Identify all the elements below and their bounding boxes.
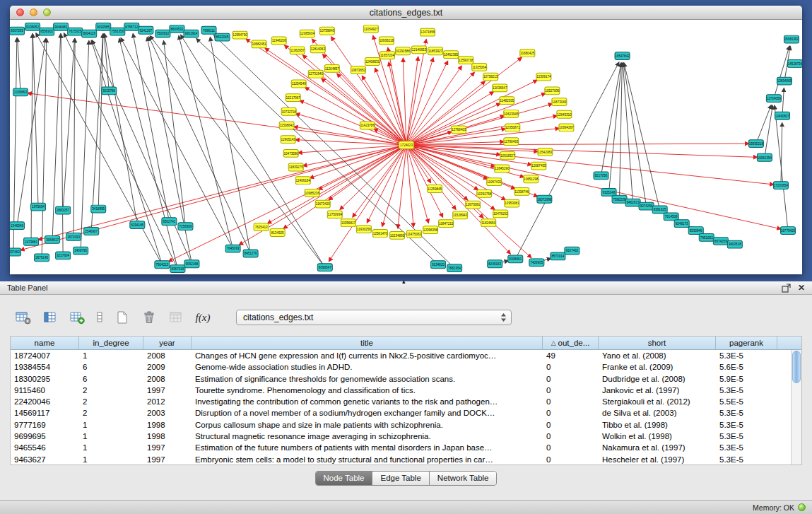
table-cell[interactable]: 1997	[143, 454, 192, 465]
table-row[interactable]: 911546021997Tourette syndrome. Phenomeno…	[11, 385, 791, 396]
network-edge[interactable]	[623, 63, 632, 203]
edit-rows-icon[interactable]	[95, 308, 105, 327]
table-cell[interactable]: 5.9E-5	[716, 373, 777, 385]
table-cell[interactable]: 1997	[143, 442, 192, 453]
table-cell[interactable]: Jankovic et al. (1997)	[599, 385, 716, 396]
table-cell[interactable]: Estimation of significance thresholds fo…	[192, 373, 543, 385]
table-cell[interactable]: 9115460	[11, 385, 79, 396]
table-cell[interactable]: 5.3E-5	[716, 442, 777, 453]
network-edge[interactable]	[623, 63, 647, 206]
network-edge[interactable]	[765, 105, 773, 158]
network-edge[interactable]	[133, 34, 169, 222]
table-cell[interactable]: 1998	[143, 431, 192, 442]
network-edge[interactable]	[337, 74, 406, 145]
table-cell[interactable]: 9463627	[11, 454, 79, 465]
table-cell[interactable]: 9777169	[11, 419, 79, 431]
tab-node-table[interactable]: Node Table	[316, 472, 373, 485]
table-cell[interactable]: 1997	[143, 385, 192, 396]
table-cell[interactable]: 18724007	[11, 350, 79, 361]
new-table-icon[interactable]	[113, 308, 131, 327]
network-edge[interactable]	[81, 41, 89, 251]
table-cell[interactable]: Franke et al. (2009)	[599, 361, 716, 373]
table-cell[interactable]: Investigating the contribution of common…	[192, 396, 543, 407]
table-cell[interactable]: Nakamura et al. (1997)	[599, 442, 716, 453]
table-cell[interactable]: 6	[79, 361, 143, 373]
table-cell[interactable]: 0	[543, 396, 599, 407]
table-row[interactable]: 946554611997Estimation of the future num…	[11, 442, 791, 453]
table-cell[interactable]: 0	[543, 442, 599, 453]
table-cell[interactable]: de Silva et al. (2003)	[599, 407, 716, 419]
network-edge[interactable]	[73, 39, 75, 237]
network-view[interactable]: 1724023112545491221706710732718115086421…	[10, 20, 802, 274]
network-edge[interactable]	[775, 105, 788, 230]
zoom-window-button[interactable]	[43, 8, 51, 16]
column-header-name[interactable]: name	[11, 337, 79, 349]
network-edge[interactable]	[168, 145, 406, 262]
table-cell[interactable]: Stergiakouli et al. (2012)	[599, 396, 716, 407]
delete-table-icon[interactable]	[140, 308, 158, 327]
table-cell[interactable]: Genome-wide association studies in ADHD.	[192, 361, 543, 373]
network-edge[interactable]	[329, 145, 406, 262]
table-cell[interactable]: Disruption of a novel member of a sodium…	[192, 407, 543, 419]
table-cell[interactable]: 9465546	[11, 442, 79, 453]
tab-network-table[interactable]: Network Table	[430, 472, 497, 485]
table-cell[interactable]: 2008	[143, 350, 192, 361]
table-cell[interactable]: Yano et al. (2008)	[599, 350, 716, 361]
network-edge[interactable]	[601, 63, 620, 175]
network-edge[interactable]	[42, 39, 47, 258]
network-edge[interactable]	[284, 45, 406, 145]
table-cell[interactable]: 5.3E-5	[716, 385, 777, 396]
table-cell[interactable]: Embryonic stem cells: a model to study s…	[192, 454, 543, 465]
table-row[interactable]: 1830029562008Estimation of significance …	[11, 373, 791, 385]
close-panel-icon[interactable]: ✕	[798, 284, 805, 292]
table-cell[interactable]: 5.3E-5	[716, 431, 777, 442]
network-edge[interactable]	[406, 144, 749, 145]
table-cell[interactable]: 5.5E-5	[716, 396, 777, 407]
network-edge[interactable]	[398, 145, 406, 228]
network-edge[interactable]	[353, 145, 406, 217]
table-cell[interactable]: Structural magnetic resonance image aver…	[192, 431, 543, 442]
table-cell[interactable]: 2012	[143, 396, 192, 407]
network-edge[interactable]	[210, 37, 250, 253]
network-edge[interactable]	[340, 145, 406, 209]
table-cell[interactable]: 2008	[143, 373, 192, 385]
scrollbar-thumb[interactable]	[792, 351, 801, 383]
network-edge[interactable]	[91, 34, 102, 231]
vertical-scrollbar[interactable]	[791, 350, 801, 465]
table-cell[interactable]: Estimation of the future numbers of pati…	[192, 442, 543, 453]
table-cell[interactable]: 2003	[143, 407, 192, 419]
table-cell[interactable]: 0	[543, 431, 599, 442]
table-cell[interactable]: 5.3E-5	[716, 350, 777, 361]
network-edge[interactable]	[18, 38, 20, 93]
network-edge[interactable]	[91, 40, 162, 264]
table-source-dropdown[interactable]: citations_edges.txt	[236, 310, 512, 325]
column-header-short[interactable]: short	[599, 337, 716, 349]
table-row[interactable]: 1456911722003Disruption of a novel membe…	[11, 407, 791, 419]
table-row[interactable]: 977716911998Corpus callosum shape and si…	[11, 419, 791, 431]
table-cell[interactable]: Hescheler et al. (1997)	[599, 454, 716, 465]
function-builder-button[interactable]: f(x)	[194, 308, 212, 327]
minimize-window-button[interactable]	[30, 8, 37, 16]
table-cell[interactable]: 22420046	[11, 396, 79, 407]
table-cell[interactable]: 1	[79, 419, 143, 431]
create-column-icon[interactable]	[68, 308, 86, 327]
table-cell[interactable]: 5.3E-5	[716, 419, 777, 431]
network-edge[interactable]	[119, 38, 178, 269]
table-cell[interactable]: 0	[543, 361, 599, 373]
table-cell[interactable]: 6	[79, 373, 143, 385]
network-edge[interactable]	[624, 63, 660, 210]
table-cell[interactable]: 1	[79, 350, 143, 361]
table-cell[interactable]: Changes of HCN gene expression and I(f) …	[192, 350, 543, 361]
network-edge[interactable]	[63, 39, 74, 211]
table-cell[interactable]: 2	[79, 396, 143, 407]
column-header-out_degree[interactable]: △out_de...	[543, 337, 599, 349]
network-edge[interactable]	[406, 58, 433, 145]
network-window-titlebar[interactable]: citations_edges.txt	[10, 6, 802, 20]
table-cell[interactable]: 14569117	[11, 407, 79, 419]
table-cell[interactable]: 1	[79, 454, 143, 465]
table-cell[interactable]: 1998	[143, 419, 192, 431]
column-header-year[interactable]: year	[143, 337, 192, 349]
table-cell[interactable]: 0	[543, 454, 599, 465]
network-edge[interactable]	[406, 57, 418, 145]
table-cell[interactable]: 1	[79, 431, 143, 442]
